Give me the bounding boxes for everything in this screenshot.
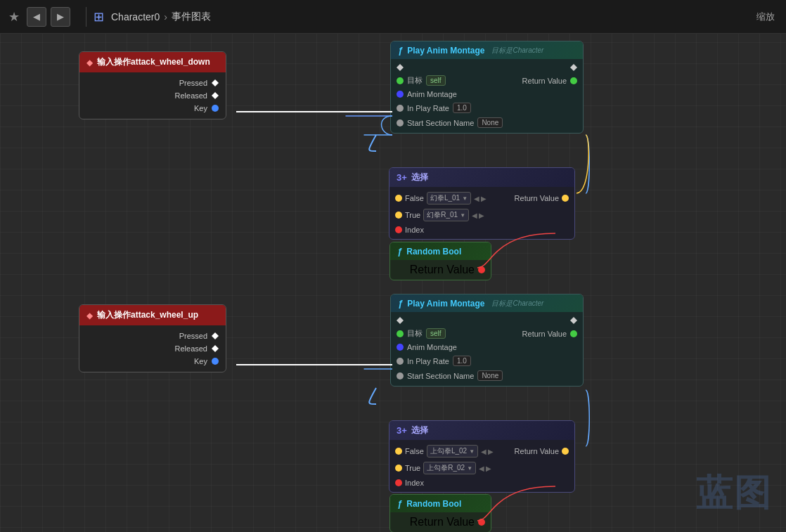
anim1-target-row: 目标 self Return Value (391, 73, 583, 88)
breadcrumb-separator: › (164, 11, 167, 22)
anim1-playrate-label: In Play Rate (407, 104, 449, 112)
random-node-2: ƒ Random Bool Return Value (389, 494, 491, 532)
dropdown-arrow-t1: ▼ (460, 212, 465, 219)
anim2-target-label: 目标 (407, 328, 423, 339)
pin-pressed-1: Pressed (79, 77, 226, 89)
anim1-montage-row: Anim Montage (391, 88, 583, 100)
select2-false-pin (395, 448, 402, 455)
input-node-2: ◆ 输入操作attack_wheel_up Pressed Released K… (79, 304, 226, 372)
select1-true-dropdown[interactable]: 幻拳R_01 ▼ (423, 209, 469, 221)
anim1-exec-in-pin (397, 64, 404, 71)
nav-left-1[interactable]: ◀ (474, 195, 479, 202)
random2-return-label: Return Value (410, 516, 475, 528)
anim1-target-pin (397, 77, 404, 84)
anim2-montage-row: Anim Montage (391, 341, 583, 353)
pin-key-bool-1 (212, 105, 219, 112)
anim-node-2: ƒ Play Anim Montage 目标是Character 目标 self… (390, 294, 584, 387)
anim2-section-label: Start Section Name (407, 372, 474, 380)
anim1-section-value: None (477, 117, 503, 128)
select1-title: 选择 (411, 171, 428, 183)
dropdown-arrow-s2t: ▼ (467, 465, 472, 472)
nav-left-t1[interactable]: ◀ (472, 212, 477, 219)
input-node-2-header: ◆ 输入操作attack_wheel_up (79, 305, 226, 325)
random2-return-pin (478, 519, 485, 526)
random2-func-icon: ƒ (397, 498, 402, 509)
nav-right-s2f[interactable]: ▶ (488, 448, 494, 455)
input-node-2-title: 输入操作attack_wheel_up (97, 309, 198, 321)
pin-key-label-2: Key (194, 357, 207, 365)
anim1-montage-label: Anim Montage (407, 90, 457, 98)
anim2-exec-in-pin (397, 317, 404, 324)
input-node-2-body: Pressed Released Key (79, 325, 226, 372)
select1-false-pin (395, 195, 402, 202)
zoom-label: 缩放 (756, 11, 775, 23)
nav-right-s2t[interactable]: ▶ (486, 465, 491, 472)
star-button[interactable]: ★ (8, 9, 20, 25)
select2-index-row: Index (389, 476, 574, 489)
input-node-1-header: ◆ 输入操作attack_wheel_down (79, 52, 226, 72)
anim2-playrate-label: In Play Rate (407, 357, 449, 365)
select1-true-value: 幻拳R_01 (427, 210, 458, 220)
select2-false-row: False 上勾拳L_02 ▼ ◀ ▶ Return Value (389, 443, 574, 460)
select1-index-row: Index (389, 223, 574, 236)
diamond-icon-1: ◆ (86, 58, 93, 67)
anim-node-1-header: ƒ Play Anim Montage 目标是Character (391, 41, 583, 59)
random1-func-icon: ƒ (397, 246, 402, 257)
anim-node-2-title: Play Anim Montage (407, 299, 484, 309)
select2-false-nav: ◀ ▶ (481, 448, 494, 455)
random-node-2-body: Return Value (390, 512, 491, 532)
breadcrumb: Character0 › 事件图表 (111, 11, 211, 23)
nav-right-1[interactable]: ▶ (481, 195, 487, 202)
anim2-exec-row (391, 315, 583, 326)
select1-false-dropdown[interactable]: 幻拳L_01 ▼ (427, 192, 471, 205)
anim1-section-row: Start Section Name None (391, 115, 583, 130)
anim2-montage-label: Anim Montage (407, 343, 457, 351)
select1-index-label: Index (405, 226, 424, 234)
select-node-1-header: 3+ 选择 (389, 168, 574, 187)
nav-right-t1[interactable]: ▶ (479, 212, 484, 219)
anim-node-1-title: Play Anim Montage (407, 46, 484, 56)
anim1-section-pin (397, 119, 404, 126)
topbar: ★ ◀ ▶ ⊞ Character0 › 事件图表 缩放 (0, 0, 786, 34)
nav-left-s2f[interactable]: ◀ (481, 448, 487, 455)
nav-left-s2t[interactable]: ◀ (479, 465, 484, 472)
pin-released-exec-1 (212, 92, 219, 99)
select-node-2-header: 3+ 选择 (389, 421, 574, 440)
pin-pressed-2: Pressed (79, 330, 226, 342)
select2-return-pin (562, 448, 569, 455)
func-icon-anim1: ƒ (398, 45, 403, 56)
anim1-montage-pin (397, 91, 404, 98)
anim-node-1-body: 目标 self Return Value Anim Montage In Pla… (391, 59, 583, 133)
select1-index-pin (395, 226, 402, 233)
select1-false-row: False 幻拳L_01 ▼ ◀ ▶ Return Value (389, 190, 574, 207)
pin-released-label-2: Released (175, 344, 207, 353)
back-button[interactable]: ◀ (27, 7, 46, 27)
select1-true-label: True (405, 211, 420, 219)
forward-button[interactable]: ▶ (51, 7, 70, 27)
grid-icon: ⊞ (94, 9, 104, 25)
anim2-playrate-value: 1.0 (453, 356, 471, 366)
pin-pressed-label-1: Pressed (179, 79, 207, 87)
anim1-target-label: 目标 (407, 75, 423, 86)
pin-released-2: Released (79, 342, 226, 355)
breadcrumb-part2[interactable]: 事件图表 (172, 11, 211, 23)
breadcrumb-part1[interactable]: Character0 (111, 11, 160, 22)
select1-func-icon: 3+ (397, 172, 407, 183)
anim-node-2-subtitle: 目标是Character (491, 299, 543, 309)
anim2-playrate-pin (397, 358, 404, 365)
select2-true-pin (395, 465, 402, 472)
anim1-returnvalue-label: Return Value (522, 77, 567, 85)
anim2-section-row: Start Section Name None (391, 368, 583, 383)
random1-title: Random Bool (406, 247, 461, 257)
anim2-playrate-row: In Play Rate 1.0 (391, 353, 583, 368)
select1-true-row: True 幻拳R_01 ▼ ◀ ▶ (389, 207, 574, 223)
pin-key-label-1: Key (194, 104, 207, 112)
pin-pressed-exec-1 (212, 79, 219, 86)
random2-title: Random Bool (406, 499, 461, 509)
random-node-1-header: ƒ Random Bool (390, 242, 491, 260)
anim1-playrate-pin (397, 105, 404, 112)
select-node-1-body: False 幻拳L_01 ▼ ◀ ▶ Return Value True (389, 187, 574, 239)
select2-index-pin (395, 479, 402, 486)
select2-true-dropdown[interactable]: 上勾拳R_02 ▼ (423, 462, 476, 474)
select2-false-dropdown[interactable]: 上勾拳L_02 ▼ (427, 445, 478, 458)
